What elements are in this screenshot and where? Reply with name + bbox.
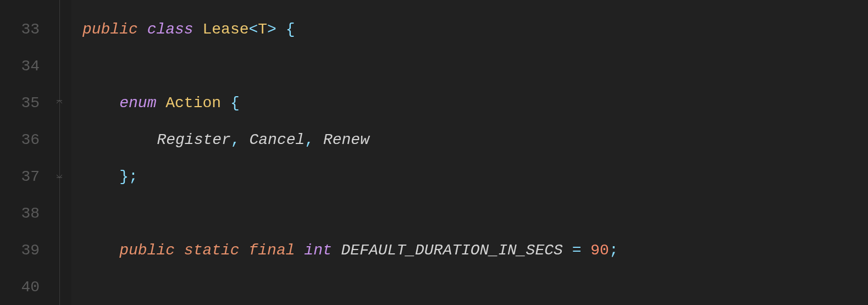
semicolon: ; [129, 168, 138, 185]
comma: , [231, 131, 240, 148]
code-line[interactable] [71, 195, 868, 232]
type-name: Lease [202, 21, 248, 38]
code-editor: 33 34 35 36 37 38 39 40 public class Lea… [0, 0, 868, 305]
constant-name: DEFAULT_DURATION_IN_SECS [341, 242, 563, 259]
type-name: Action [165, 95, 221, 112]
fold-marker-icon[interactable] [56, 98, 63, 106]
line-number[interactable]: 38 [0, 195, 49, 232]
enum-constant: Cancel [249, 131, 305, 148]
code-area[interactable]: public class Lease<T> { enum Action { Re… [71, 0, 868, 305]
code-line[interactable] [71, 269, 868, 305]
line-number[interactable]: 39 [0, 232, 49, 269]
fold-gutter [49, 0, 71, 305]
code-line[interactable]: public class Lease<T> { [71, 11, 868, 48]
fold-marker-icon[interactable] [56, 172, 63, 180]
enum-constant: Renew [323, 131, 369, 148]
keyword-public: public [82, 21, 138, 38]
keyword-final: final [249, 242, 295, 259]
fold-guide-line [59, 0, 60, 305]
code-line[interactable]: public static final int DEFAULT_DURATION… [71, 232, 868, 269]
operator-equals: = [572, 242, 582, 259]
keyword-int: int [304, 242, 331, 259]
semicolon: ; [609, 242, 618, 259]
line-number[interactable]: 35 [0, 85, 49, 121]
enum-constant: Register [157, 131, 230, 148]
line-number[interactable]: 40 [0, 269, 49, 305]
generic-open: < [248, 21, 258, 38]
brace-close: } [119, 168, 129, 185]
line-number[interactable]: 37 [0, 158, 49, 195]
keyword-enum: enum [119, 95, 156, 112]
code-line[interactable]: enum Action { [71, 85, 868, 121]
line-number[interactable]: 33 [0, 11, 49, 48]
code-line[interactable]: }; [71, 158, 868, 195]
comma: , [305, 131, 314, 148]
line-number-gutter: 33 34 35 36 37 38 39 40 [0, 0, 49, 305]
number-literal: 90 [590, 242, 609, 259]
keyword-public: public [119, 242, 175, 259]
code-line[interactable]: Register, Cancel, Renew [71, 121, 868, 158]
line-number[interactable]: 34 [0, 48, 49, 85]
keyword-class: class [147, 21, 193, 38]
generic-close: > [267, 21, 277, 38]
keyword-static: static [184, 242, 240, 259]
code-line[interactable] [71, 48, 868, 85]
brace-open: { [230, 95, 240, 112]
type-param: T [258, 21, 267, 38]
brace-open: { [286, 21, 295, 38]
line-number[interactable]: 36 [0, 121, 49, 158]
